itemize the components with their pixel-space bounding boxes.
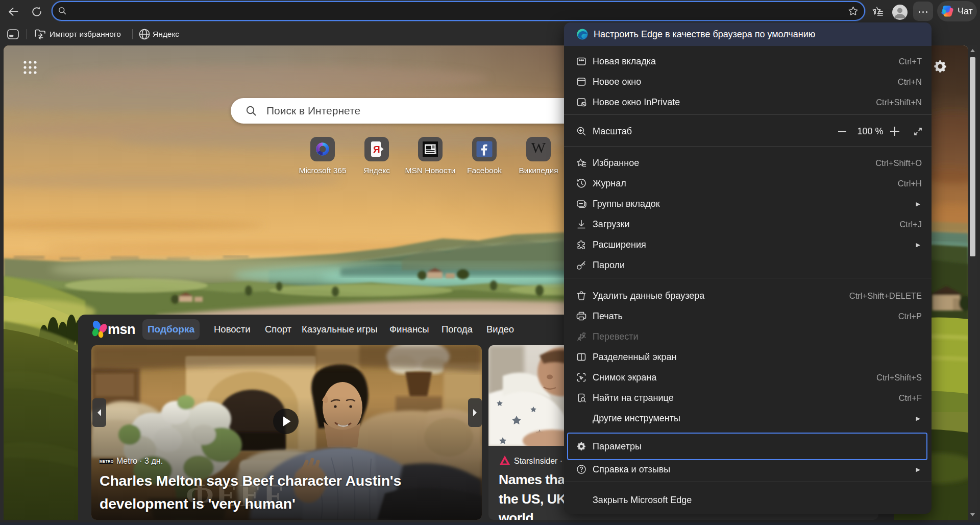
svg-text:Я: Я — [373, 144, 380, 155]
